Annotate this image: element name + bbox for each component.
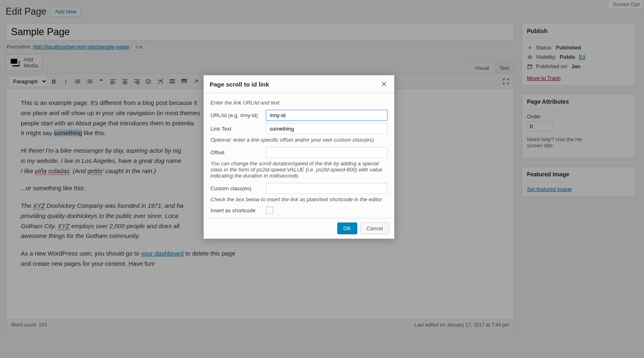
link-text-label: Link Text xyxy=(210,126,263,132)
shortcode-checkbox[interactable] xyxy=(266,207,273,214)
modal-hint: Enter the link URL/id and text xyxy=(210,100,387,106)
custom-class-label: Custom class(es) xyxy=(210,185,263,191)
ps2id-link-modal: Page scroll to id link ✕ Enter the link … xyxy=(204,75,394,239)
link-text-input[interactable] xyxy=(266,123,387,134)
modal-title: Page scroll to id link xyxy=(210,81,379,88)
modal-hint: You can change the scroll duration/speed… xyxy=(210,160,387,179)
shortcode-label: Insert as shortcode xyxy=(210,207,263,213)
ok-button[interactable]: OK xyxy=(337,222,357,234)
url-input[interactable] xyxy=(266,110,387,121)
offset-label: Offset xyxy=(210,149,263,156)
url-label: URL/id (e.g. #my-id) xyxy=(210,112,263,118)
cancel-button[interactable]: Cancel xyxy=(361,222,389,234)
modal-hint: Optional: enter a link-specific offset a… xyxy=(210,137,387,143)
modal-close-button[interactable]: ✕ xyxy=(379,80,388,89)
offset-input[interactable] xyxy=(266,147,387,158)
modal-hint: Check the box below to insert the link a… xyxy=(210,196,387,202)
custom-class-input[interactable] xyxy=(266,183,387,194)
